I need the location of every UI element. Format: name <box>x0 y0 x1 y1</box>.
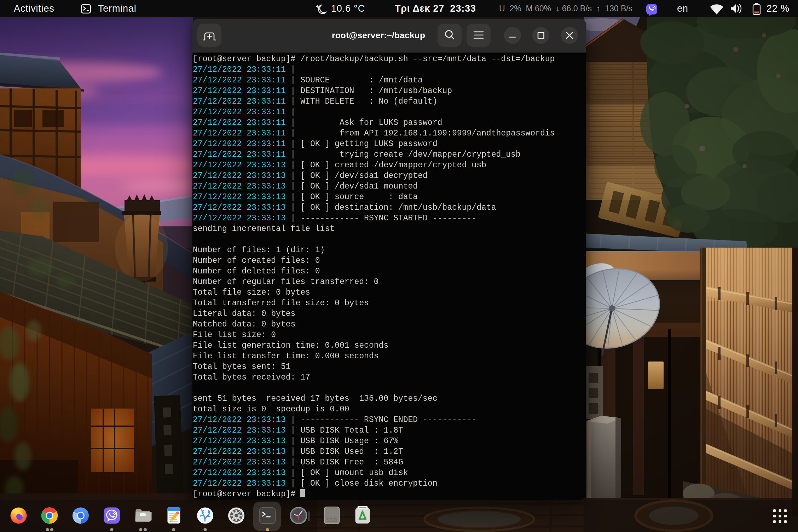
svg-text:SSD: SSD <box>326 517 337 523</box>
